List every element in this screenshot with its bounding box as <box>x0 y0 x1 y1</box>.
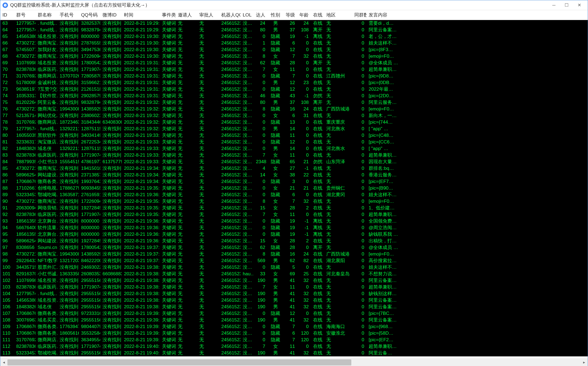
column-header[interactable]: 群名称 <box>35 12 57 18</box>
table-row[interactable]: 101829163707小红书诚…13633350069260803532966… <box>0 271 588 277</box>
cell: 120 <box>297 337 311 343</box>
table-row[interactable]: 80160550354黑软软件没有找到3403414908没有找到2022-8-… <box>0 132 588 139</box>
table-row[interactable]: 978308656Soumi.cn…没有找到1780054266没有找到2022… <box>0 244 588 251</box>
table-row[interactable]: 9282387836临床医药…没有找到177190745没有找到2022-8-2… <box>0 211 588 218</box>
scroll-right-arrow-icon[interactable]: ► <box>581 359 588 366</box>
table-row[interactable]: 64127795749. fund线…没有找到983287947没有找到2022… <box>0 27 588 33</box>
column-header[interactable]: 机器人QQ <box>219 12 241 18</box>
cell: 男 <box>267 145 283 152</box>
table-row[interactable]: 100344357153股票外汇…没有找到2469302213没有找到2022-… <box>0 264 588 271</box>
table-row[interactable]: 69110769981域名投资…没有找到1780054266没有找到2022-8… <box>0 60 588 66</box>
column-header[interactable]: LOL <box>241 12 254 18</box>
column-header[interactable]: 群号 <box>14 12 35 18</box>
column-header[interactable]: 达人 <box>254 12 267 18</box>
table-row[interactable]: 7396385197?互赞?交友?没有找到2126151882没有找到2022-… <box>0 86 588 93</box>
table-row[interactable]: 95185613558北京舞台…没有找到8000000没有找到2022-8-21… <box>0 231 588 238</box>
column-header[interactable]: 同群数 <box>352 12 366 18</box>
table-row[interactable]: 8382387836临床医药…没有找到177190745没有找到2022-8-2… <box>0 152 588 159</box>
table-row[interactable]: 89532334537鄂城吃喝…136358710542761659130没有找… <box>0 192 588 198</box>
column-header[interactable]: 等级 <box>283 12 297 18</box>
column-header[interactable]: ID <box>0 12 14 18</box>
table-row[interactable]: 82184838267域名侠132922117901287511589没有找到2… <box>0 145 588 152</box>
column-header[interactable]: 事件类型 <box>160 12 176 18</box>
cell: [emoji=F0… <box>366 106 421 112</box>
cell: 2022-8-21 19:35:53 <box>122 211 160 218</box>
table-row[interactable]: 105145653809域名投资…没有找到2955515624没有找到2022-… <box>0 297 588 304</box>
table-row[interactable]: 79127795749. fund线…132922117901287511589… <box>0 126 588 132</box>
column-header[interactable]: QQ号码 <box>79 12 100 18</box>
column-header[interactable]: 在线 <box>311 12 324 18</box>
horizontal-scrollbar[interactable]: ◄ ► <box>0 359 588 366</box>
column-header[interactable]: 手机号 <box>57 12 79 18</box>
close-button[interactable]: ✕ <box>573 1 586 9</box>
cell: 关键词 <box>160 73 176 79</box>
table-row[interactable]: 11282387836临床医药…没有找到177190745没有找到2022-8-… <box>0 343 588 350</box>
column-header[interactable]: 性别 <box>267 12 283 18</box>
cell: 0 <box>352 350 366 356</box>
table-row[interactable]: 109170686769微商各类…17763947193980440793没有找… <box>0 323 588 330</box>
column-header[interactable]: 年龄 <box>297 12 311 18</box>
table-row[interactable]: 98473027214微商淘宝…199430088361438592905没有找… <box>0 251 588 257</box>
table-row[interactable]: 107170686769微商各类…没有找到972333169没有找到2022-8… <box>0 310 588 317</box>
table-row[interactable]: 104127795749. fund线…没有找到2955515624没有找到20… <box>0 290 588 297</box>
table-row[interactable]: 7082387836临床医药…没有找到177190745没有找到2022-8-2… <box>0 66 588 73</box>
table-row[interactable]: 77521357149网站优化…没有找到2380602376没有找到2022-8… <box>0 112 588 119</box>
table-row[interactable]: 63127795749. fund线…没有找到3282537044没有找到202… <box>0 20 588 27</box>
table-row[interactable]: 76473027214微商淘宝…199430088361438592905没有找… <box>0 106 588 112</box>
table-row[interactable]: 106184838267域名侠没有找到2955515624没有找到2022-8-… <box>0 304 588 310</box>
cell: 新向木，一… <box>366 112 421 119</box>
table-row[interactable]: 741035331366【软件世…没有找到2902857933没有找到2022-… <box>0 93 588 99</box>
table-row[interactable]: 93185613558北京舞台…没有找到8000000没有找到2022-8-21… <box>0 218 588 224</box>
cell: 无 <box>324 244 352 251</box>
table-row[interactable]: 91206300947网络营销…没有找到1927284532没有找到2022-8… <box>0 205 588 211</box>
table-row[interactable]: 99292264336NFT/数字…13217203620846222000没有… <box>0 257 588 264</box>
column-header[interactable]: 时间 <box>122 12 160 18</box>
cell: 无 <box>324 46 352 53</box>
cell: 没有找到 <box>100 132 122 139</box>
table-row[interactable]: 88171026617创维电视…17886279206909384550没有找到… <box>0 185 588 192</box>
maximize-button[interactable]: ☐ <box>560 1 573 9</box>
scrollbar-thumb[interactable] <box>7 359 351 365</box>
column-header[interactable]: 审批人 <box>197 12 219 18</box>
minimize-button[interactable]: ─ <box>548 1 560 9</box>
table-row[interactable]: 113532334537鄂城吃喝…没有找到2955515624没有找到2022-… <box>0 350 588 356</box>
table-row[interactable]: 65145653809域名投资…没有找到8000000没有找到2022-8-21… <box>0 33 588 40</box>
table-row[interactable]: 67574550774加我好友…没有找到3494753653没有找到2022-8… <box>0 46 588 53</box>
table-row[interactable]: 81323363174淘宝微店…没有找到2672253459没有找到2022-8… <box>0 139 588 145</box>
table-row[interactable]: 71317076921微商网店…13707026665728058704没有找到… <box>0 73 588 79</box>
cell: 80 <box>0 132 14 139</box>
table-row[interactable]: 108300769634域名买卖…没有找到2955515624没有找到2022-… <box>0 317 588 323</box>
table-row[interactable]: 75812022648阿里云备…没有找到983287947没有找到2022-8-… <box>0 99 588 106</box>
cell: 因现在大量… <box>366 159 421 165</box>
cell: 无 <box>176 264 197 271</box>
table-row[interactable]: 10382387836临床医药…没有找到177190745没有找到2022-8-… <box>0 284 588 290</box>
cell: 190 <box>254 317 267 323</box>
table-row[interactable]: 110170686769微商各类…186056168393553258419没有… <box>0 330 588 337</box>
column-header[interactable]: 发言内容 <box>366 12 421 18</box>
table-row[interactable]: 94566764005软件流量…没有找到8000000没有找到2022-8-21… <box>0 224 588 231</box>
scroll-left-arrow-icon[interactable]: ◄ <box>0 359 7 366</box>
table-row[interactable]: 78317076921微商网店…187234635513184344621634… <box>0 119 588 126</box>
table-row[interactable]: 111317076921微商网店…没有找到3634955493没有找到2022-… <box>0 337 588 343</box>
table-row[interactable]: 68473027214微商淘宝…没有找到1722609452没有找到2022-8… <box>0 53 588 60</box>
column-header[interactable]: 地区 <box>324 12 352 18</box>
column-header[interactable]: 微博ID <box>100 12 122 18</box>
scrollbar-track[interactable] <box>7 359 581 366</box>
cell: 7 <box>283 337 297 343</box>
table-row[interactable]: 102110769981域名投资…没有找到2955515624没有找到2022-… <box>0 277 588 284</box>
cell: 在线 <box>311 264 324 271</box>
table-row[interactable]: 66473027214微商淘宝…没有找到2787655507没有找到2022-8… <box>0 40 588 46</box>
column-header[interactable]: 邀请人 <box>176 12 197 18</box>
grid-body[interactable]: 63127795749. fund线…没有找到3282537044没有找到202… <box>0 20 588 359</box>
table-row[interactable]: 90473027214微商淘宝…没有找到1722609452没有找到2022-8… <box>0 198 588 205</box>
cell: 无 <box>324 79 352 86</box>
table-row[interactable]: 72517800951金诚科技…没有找到3159662194没有找到2022-8… <box>0 79 588 86</box>
table-row[interactable]: 87170686769微商各类…没有找到1993764339没有找到2022-8… <box>0 178 588 185</box>
table-row[interactable]: 96589662541网站建设…没有找到1927284532没有找到2022-8… <box>0 238 588 244</box>
table-row[interactable]: 86589662541网站建设…没有找到2371385793没有找到2022-8… <box>0 172 588 178</box>
titlebar[interactable]: QQ群监控吸粉系统-新人实时监控大屏（点击右方按钮可最大化→） ─ ☐ ✕ <box>0 0 588 10</box>
cell: 无 <box>176 46 197 53</box>
table-row[interactable]: 85473027214微商淘宝…没有找到1941501079没有找到2022-8… <box>0 165 588 172</box>
column-header-row[interactable]: ID群号群名称手机号QQ号码微博ID时间事件类型邀请人审批人机器人QQLOL达人… <box>0 10 588 20</box>
table-row[interactable]: 84788799350小红书131?1555451579547861977261… <box>0 159 588 165</box>
